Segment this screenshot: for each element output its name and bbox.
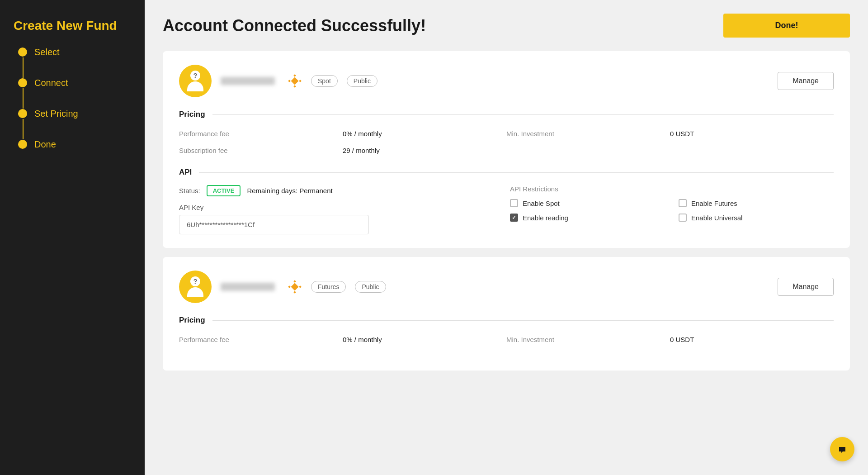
step-dot-connect [18,78,27,87]
api-line-1 [199,172,834,173]
min-inv-label-2: Min. Investment [506,333,670,346]
enable-reading-label-1: Enable reading [523,214,568,222]
step-connector-3 [23,119,24,139]
step-connector-1 [23,57,24,78]
fund-avatar-1: ? [179,65,212,97]
avatar-person-1: ? [187,71,203,91]
step-dot-select [18,48,27,57]
checkboxes-grid-1: Enable Spot Enable Futures ✓ Enable read… [510,199,834,222]
svg-rect-4 [291,77,299,85]
svg-rect-5 [293,280,296,283]
api-remaining-1: Remaining days: Permanent [247,187,332,195]
step-label-connect: Connect [34,78,68,88]
enable-reading-box-1[interactable]: ✓ [510,214,518,222]
step-set-pricing[interactable]: Set Pricing [18,109,131,119]
enable-universal-label-1: Enable Universal [691,214,742,222]
min-inv-value-1: 0 USDT [670,127,834,140]
fund-header-1: ? Spot Public Manage [179,65,834,97]
fund-card-1: ? Spot Public Manage Pricing [163,51,850,248]
api-divider-1: API [179,168,834,177]
step-label-select: Select [34,47,60,57]
enable-universal-box-1[interactable] [679,214,687,222]
fund-card-2: ? Futures Public Manage Pricing [163,257,850,370]
api-left-1: Status: ACTIVE Remaining days: Permanent… [179,185,503,234]
fund-header-2: ? Futures Public Manage [179,271,834,303]
pricing-line-2 [212,320,834,321]
fund-name-1 [221,77,275,85]
manage-button-2[interactable]: Manage [778,278,834,296]
step-dot-done [18,140,27,149]
sidebar: Create New Fund Select Connect Set Prici… [0,0,145,475]
perf-fee-label-2: Performance fee [179,333,343,346]
main-content: Account Connected Successfully! Done! ? [145,0,868,475]
min-inv-label-1: Min. Investment [506,127,670,140]
step-label-set-pricing: Set Pricing [34,109,78,119]
svg-rect-6 [288,285,291,288]
pricing-divider-1: Pricing [179,110,834,119]
enable-spot-box-1[interactable] [510,199,518,207]
page-title: Account Connected Successfully! [163,16,426,35]
api-status-badge-1: ACTIVE [207,185,241,196]
avatar-head-1: ? [190,71,200,81]
api-right-1: API Restrictions Enable Spot Enable Futu… [510,185,834,234]
tag-public-2: Public [355,281,386,293]
enable-futures-label-1: Enable Futures [691,200,737,207]
api-key-label-1: API Key [179,204,503,211]
svg-rect-0 [293,74,296,77]
avatar-person-2: ? [187,276,203,297]
restrictions-title-1: API Restrictions [510,185,834,193]
pricing-divider-2: Pricing [179,316,834,325]
checkbox-enable-futures-1[interactable]: Enable Futures [679,199,834,207]
done-button[interactable]: Done! [723,14,850,38]
avatar-head-2: ? [190,276,200,286]
fund-name-2 [221,283,275,291]
step-connector-2 [23,88,24,109]
svg-rect-3 [293,85,296,88]
api-key-input-1[interactable] [179,215,369,234]
steps-container: Select Connect Set Pricing Done [14,47,131,150]
avatar-body-1 [187,81,203,91]
api-grid-1: Status: ACTIVE Remaining days: Permanent… [179,185,834,234]
chat-button[interactable] [830,437,854,461]
checkbox-enable-reading-1[interactable]: ✓ Enable reading [510,214,665,222]
api-status-label-1: Status: [179,187,200,195]
svg-rect-8 [293,291,296,294]
step-label-done: Done [34,139,56,150]
svg-rect-1 [288,80,291,82]
pricing-label-1: Pricing [179,110,205,119]
sidebar-title: Create New Fund [14,18,131,33]
pricing-label-2: Pricing [179,316,205,325]
check-mark-reading: ✓ [512,214,516,221]
page-header: Account Connected Successfully! Done! [163,14,850,38]
binance-icon-2 [288,280,302,294]
perf-fee-value-1: 0% / monthly [343,127,506,140]
enable-futures-box-1[interactable] [679,199,687,207]
step-connect[interactable]: Connect [18,78,131,88]
step-dot-set-pricing [18,109,27,118]
perf-fee-label-1: Performance fee [179,127,343,140]
tag-public-1: Public [347,75,377,87]
manage-button-1[interactable]: Manage [778,72,834,90]
checkbox-enable-universal-1[interactable]: Enable Universal [679,214,834,222]
sub-fee-value-1: 29 / monthly [343,144,506,157]
tag-spot-1: Spot [311,75,338,87]
svg-rect-9 [291,283,299,291]
perf-fee-value-2: 0% / monthly [343,333,506,346]
api-status-row-1: Status: ACTIVE Remaining days: Permanent [179,185,503,196]
min-inv-value-2: 0 USDT [670,333,834,346]
pricing-line-1 [212,114,834,115]
checkbox-enable-spot-1[interactable]: Enable Spot [510,199,665,207]
svg-rect-7 [299,285,302,288]
tag-futures-2: Futures [311,281,346,293]
binance-icon-1 [288,74,302,88]
pricing-grid-1: Performance fee 0% / monthly Min. Invest… [179,127,834,157]
sub-fee-label-1: Subscription fee [179,144,343,157]
step-select[interactable]: Select [18,47,131,57]
avatar-body-2 [187,287,203,297]
api-label-1: API [179,168,192,177]
fund-avatar-2: ? [179,271,212,303]
step-done[interactable]: Done [18,139,131,150]
pricing-grid-2: Performance fee 0% / monthly Min. Invest… [179,333,834,346]
enable-spot-label-1: Enable Spot [523,200,560,207]
svg-rect-2 [299,80,302,82]
